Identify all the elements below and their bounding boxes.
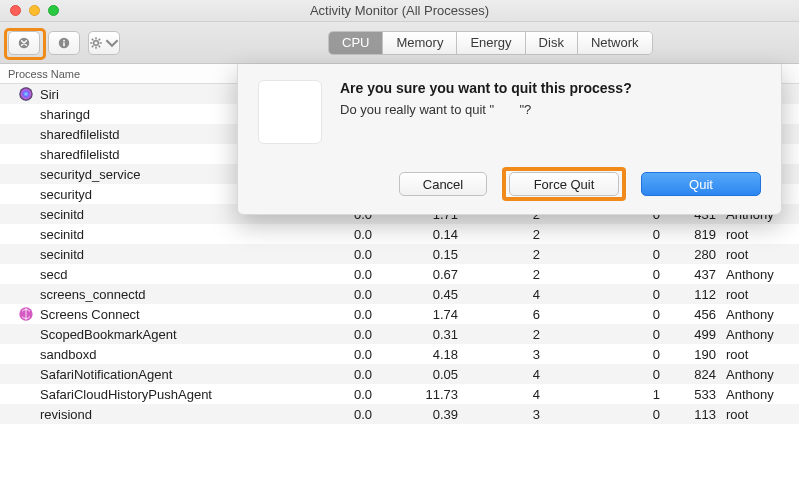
cell-cpu: 0.0 xyxy=(300,227,372,242)
gear-icon xyxy=(89,36,103,50)
cell-pid: 437 xyxy=(660,267,716,282)
cell-pid: 113 xyxy=(660,407,716,422)
svg-line-12 xyxy=(99,38,101,40)
tab-network[interactable]: Network xyxy=(578,32,652,54)
svg-point-4 xyxy=(94,40,99,45)
tab-energy[interactable]: Energy xyxy=(457,32,525,54)
options-button[interactable] xyxy=(88,31,120,55)
cell-cpu-time: 0.67 xyxy=(372,267,458,282)
cell-threads: 6 xyxy=(458,307,540,322)
process-name: sandboxd xyxy=(40,347,96,362)
tab-cpu[interactable]: CPU xyxy=(329,32,383,54)
cell-pid: 533 xyxy=(660,387,716,402)
cell-idle-wake: 0 xyxy=(540,247,660,262)
svg-line-10 xyxy=(99,45,101,47)
cell-pid: 112 xyxy=(660,287,716,302)
process-name: Screens Connect xyxy=(40,307,140,322)
cell-cpu-time: 4.18 xyxy=(372,347,458,362)
cell-user: root xyxy=(716,227,796,242)
cell-cpu-time: 0.31 xyxy=(372,327,458,342)
cell-idle-wake: 0 xyxy=(540,307,660,322)
process-name: sharingd xyxy=(40,107,90,122)
siri-icon xyxy=(18,86,34,102)
cell-cpu-time: 11.73 xyxy=(372,387,458,402)
cell-cpu: 0.0 xyxy=(300,367,372,382)
cell-pid: 280 xyxy=(660,247,716,262)
dialog-heading: Are you sure you want to quit this proce… xyxy=(340,80,632,96)
table-row[interactable]: sandboxd0.04.1830190root xyxy=(0,344,799,364)
cell-threads: 3 xyxy=(458,347,540,362)
process-name: secd xyxy=(40,267,67,282)
table-row[interactable]: Screens Connect0.01.7460456Anthony xyxy=(0,304,799,324)
cancel-button[interactable]: Cancel xyxy=(399,172,487,196)
process-name: SafariNotificationAgent xyxy=(40,367,172,382)
tab-bar: CPU Memory Energy Disk Network xyxy=(328,31,653,55)
cell-cpu: 0.0 xyxy=(300,407,372,422)
cell-idle-wake: 0 xyxy=(540,287,660,302)
toolbar: CPU Memory Energy Disk Network xyxy=(0,22,799,64)
table-row[interactable]: revisiond0.00.3930113root xyxy=(0,404,799,424)
cell-threads: 4 xyxy=(458,287,540,302)
table-row[interactable]: secd0.00.6720437Anthony xyxy=(0,264,799,284)
cell-idle-wake: 0 xyxy=(540,347,660,362)
cell-threads: 2 xyxy=(458,227,540,242)
cell-user: root xyxy=(716,407,796,422)
cell-user: root xyxy=(716,247,796,262)
cell-idle-wake: 0 xyxy=(540,267,660,282)
window-title: Activity Monitor (All Processes) xyxy=(0,3,799,18)
cell-cpu-time: 1.74 xyxy=(372,307,458,322)
process-name: screens_connectd xyxy=(40,287,146,302)
cell-cpu: 0.0 xyxy=(300,347,372,362)
cell-user: Anthony xyxy=(716,367,796,382)
cell-pid: 456 xyxy=(660,307,716,322)
cell-idle-wake: 0 xyxy=(540,407,660,422)
process-name: secinitd xyxy=(40,227,84,242)
cell-user: Anthony xyxy=(716,267,796,282)
table-row[interactable]: ScopedBookmarkAgent0.00.3120499Anthony xyxy=(0,324,799,344)
window-zoom-button[interactable] xyxy=(48,5,59,16)
quit-process-dialog: Are you sure you want to quit this proce… xyxy=(237,64,782,215)
chevron-down-icon xyxy=(105,36,119,50)
screens-connect-icon xyxy=(18,306,34,322)
cell-pid: 824 xyxy=(660,367,716,382)
process-name: revisiond xyxy=(40,407,92,422)
process-name: sharedfilelistd xyxy=(40,147,120,162)
window-close-button[interactable] xyxy=(10,5,21,16)
cell-cpu: 0.0 xyxy=(300,387,372,402)
process-name: securityd_service xyxy=(40,167,140,182)
cell-idle-wake: 0 xyxy=(540,227,660,242)
process-name: secinitd xyxy=(40,247,84,262)
tab-memory[interactable]: Memory xyxy=(383,32,457,54)
table-row[interactable]: SafariCloudHistoryPushAgent0.011.7341533… xyxy=(0,384,799,404)
cell-pid: 190 xyxy=(660,347,716,362)
cell-threads: 4 xyxy=(458,367,540,382)
force-quit-button[interactable]: Force Quit xyxy=(509,172,619,196)
cell-threads: 3 xyxy=(458,407,540,422)
tab-disk[interactable]: Disk xyxy=(526,32,578,54)
cell-cpu: 0.0 xyxy=(300,287,372,302)
table-row[interactable]: SafariNotificationAgent0.00.0540824Antho… xyxy=(0,364,799,384)
traffic-lights xyxy=(0,5,59,16)
cell-pid: 499 xyxy=(660,327,716,342)
table-row[interactable]: secinitd0.00.1420819root xyxy=(0,224,799,244)
window-minimize-button[interactable] xyxy=(29,5,40,16)
cell-cpu-time: 0.39 xyxy=(372,407,458,422)
cell-user: Anthony xyxy=(716,387,796,402)
svg-line-9 xyxy=(92,38,94,40)
process-name: SafariCloudHistoryPushAgent xyxy=(40,387,212,402)
process-name: secinitd xyxy=(40,207,84,222)
quit-button[interactable]: Quit xyxy=(641,172,761,196)
cell-cpu: 0.0 xyxy=(300,327,372,342)
table-row[interactable]: screens_connectd0.00.4540112root xyxy=(0,284,799,304)
table-row[interactable]: secinitd0.00.1520280root xyxy=(0,244,799,264)
cell-cpu: 0.0 xyxy=(300,267,372,282)
cell-threads: 2 xyxy=(458,247,540,262)
process-name: sharedfilelistd xyxy=(40,127,120,142)
column-header-process-name[interactable]: Process Name xyxy=(8,68,80,80)
inspect-process-button[interactable] xyxy=(48,31,80,55)
cell-idle-wake: 0 xyxy=(540,367,660,382)
info-icon xyxy=(57,36,71,50)
cell-user: Anthony xyxy=(716,327,796,342)
quit-process-button[interactable] xyxy=(8,31,40,55)
cell-idle-wake: 1 xyxy=(540,387,660,402)
